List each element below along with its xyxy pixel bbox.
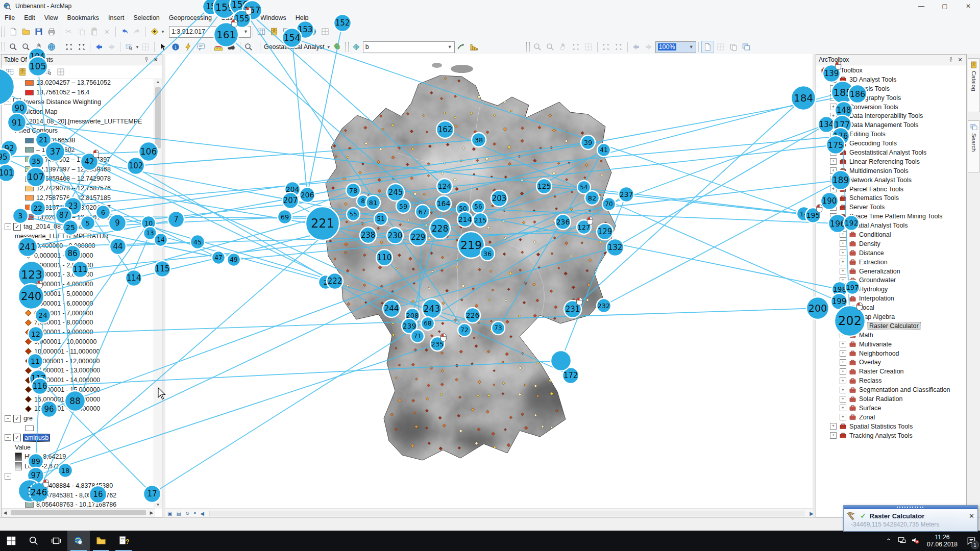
toolbox-item-cartography-tools[interactable]: +Cartography Tools <box>816 93 966 103</box>
menu-geoprocessing[interactable]: Geoprocessing <box>164 13 216 22</box>
add-data-dropdown[interactable]: ▼ <box>161 30 165 34</box>
geostatistical-analyst-dropdown[interactable]: ▼ <box>327 45 331 49</box>
select-features-tool[interactable] <box>123 41 135 53</box>
toolbox-item-reclass[interactable]: +Reclass <box>816 376 966 385</box>
menu-selection[interactable]: Selection <box>129 13 164 22</box>
toc-close-icon[interactable]: ✕ <box>152 56 159 63</box>
toolbox-item-parcel-fabric-tools[interactable]: +Parcel Fabric Tools <box>816 185 966 194</box>
notification-close-icon[interactable]: ✕ <box>969 512 974 520</box>
toc-legend-row[interactable]: 12,1897397 – 12,6859468 <box>2 164 155 174</box>
toolbox-item-server-tools[interactable]: +Server Tools <box>816 203 966 212</box>
draft-mode-toggle[interactable] <box>701 41 714 53</box>
toolbox-item-extraction[interactable]: +Extraction <box>816 258 966 267</box>
toc-legend-row[interactable]: 8,000001 - 9,000000 <box>2 328 155 337</box>
menu-file[interactable]: File <box>0 13 19 22</box>
toc-legend-row[interactable]: Value <box>2 442 155 452</box>
toolbox-item-space-time-pattern-mining-tools[interactable]: +Space Time Pattern Mining Tools <box>816 212 966 221</box>
expander-icon[interactable]: + <box>830 76 837 83</box>
visibility-checkbox[interactable]: ✓ <box>13 434 21 441</box>
toc-legend-row[interactable]: 13,0204257 – 13,7561052 <box>2 78 155 88</box>
toc-legend-row[interactable]: Filled Contours <box>2 126 155 136</box>
layout-go-back-button[interactable] <box>630 41 642 53</box>
toolbox-item-geostatistical-analyst-tools[interactable]: +Geostatistical Analyst Tools <box>816 148 966 157</box>
toc-legend-row[interactable]: 3,000001 - 4,000000 <box>2 280 155 289</box>
toc-legend-row[interactable]: 13,7561052 – 16,4 <box>2 88 155 97</box>
expander-icon[interactable]: + <box>830 85 837 92</box>
list-by-visibility-button[interactable] <box>29 66 41 78</box>
layout-go-forward-button[interactable] <box>643 41 655 53</box>
toc-legend-row[interactable]: 7,000001 - 8,000000 <box>2 318 155 328</box>
list-by-drawing-order-button[interactable] <box>4 66 15 78</box>
toc-legend-row[interactable]: 11,000001 - 12,000000 <box>2 356 155 366</box>
expander-icon[interactable]: + <box>840 249 846 256</box>
toc-legend-row[interactable]: -0,400000 - 0,000000 <box>2 241 155 251</box>
toolbox-item-linear-referencing-tools[interactable]: +Linear Referencing Tools <box>816 157 966 166</box>
expander-icon[interactable]: + <box>830 158 837 165</box>
expander-icon[interactable]: + <box>830 204 837 211</box>
map-scale-combo[interactable]: 1:3.912.017▼ <box>169 26 251 38</box>
menu-windows[interactable]: Windows <box>256 13 291 22</box>
new-document-button[interactable] <box>7 26 19 37</box>
toolbox-item-multivariate[interactable]: +Multivariate <box>816 340 966 349</box>
arctoolbox-close-icon[interactable]: ✕ <box>957 56 964 63</box>
expander-icon[interactable]: + <box>840 305 846 311</box>
toc-legend-row[interactable]: 1,59408884 - 4,837845380 <box>2 481 155 490</box>
hyperlink-tool[interactable] <box>183 41 194 53</box>
layout-zoom-out-tool[interactable] <box>545 41 556 53</box>
geostatistical-analyst-menu[interactable]: Geostatistical Analyst <box>262 43 327 51</box>
semivariogram-button[interactable] <box>455 41 467 53</box>
menu-bookmarks[interactable]: Bookmarks <box>63 13 104 22</box>
expander-icon[interactable]: + <box>830 167 837 174</box>
layout-zoom-in-tool[interactable] <box>532 41 544 53</box>
toc-legend-row[interactable]: 9,000001 - 10,000000 <box>2 337 155 347</box>
toolbox-item-groundwater[interactable]: +Groundwater <box>816 276 966 285</box>
layout-zoom-whole-page-button[interactable] <box>570 41 582 53</box>
expander-icon[interactable]: − <box>5 473 11 480</box>
toolbox-item-tracking-analyst-tools[interactable]: +Tracking Analyst Tools <box>816 431 966 440</box>
toc-legend-row[interactable]: [tag_2014_08_20].[messwerte_LUFTTEMPE <box>2 116 155 126</box>
fixed-zoom-in-button[interactable] <box>63 41 75 53</box>
expander-icon[interactable]: + <box>840 341 846 347</box>
save-button[interactable] <box>33 26 44 37</box>
taskbar-clock[interactable]: 11:26 07.06.2018 <box>927 534 958 548</box>
expander-icon[interactable]: + <box>840 359 846 366</box>
delete-button[interactable]: ✕ <box>101 26 113 37</box>
copy-button[interactable] <box>76 26 87 37</box>
expander-icon[interactable]: + <box>840 268 846 274</box>
arctoolbox-window-button[interactable] <box>294 26 306 37</box>
expander-icon[interactable]: + <box>840 286 846 293</box>
pause-drawing-button[interactable]: ⏸ <box>193 510 196 516</box>
expander-icon[interactable]: + <box>830 195 837 202</box>
layout-view-button[interactable]: ▤ <box>176 511 181 516</box>
geostatistical-wizard-button[interactable] <box>331 41 343 53</box>
go-back-extent-button[interactable] <box>93 41 105 53</box>
find-tool[interactable] <box>226 41 237 53</box>
add-data-button[interactable] <box>149 26 160 37</box>
toolbox-item-data-management-tools[interactable]: +Data Management Tools <box>816 120 966 130</box>
toc-layer-row[interactable]: −✓aminusb <box>2 433 155 442</box>
data-driven-pages-button[interactable] <box>741 41 752 53</box>
expander-icon[interactable]: + <box>840 350 846 357</box>
catalog-window-button[interactable] <box>268 26 280 37</box>
toc-legend-row[interactable]: Low : -2,67135 <box>2 462 155 471</box>
toolbox-item-arctoolbox[interactable]: ArcToolbox <box>816 66 966 75</box>
scroll-up-arrow[interactable]: ▲ <box>154 78 162 86</box>
expander-icon[interactable]: + <box>840 396 846 403</box>
python-window-button[interactable] <box>307 26 318 37</box>
menu-insert[interactable]: Insert <box>104 13 129 22</box>
print-button[interactable] <box>45 26 57 37</box>
menu-help[interactable]: Help <box>291 13 313 22</box>
scroll-left-arrow[interactable]: ◀ <box>2 510 9 515</box>
layout-fixed-zoom-in-button[interactable] <box>600 41 612 53</box>
toolbox-item-interpolation[interactable]: +Interpolation <box>816 294 966 303</box>
scroll-right-arrow[interactable]: ▶ <box>148 510 155 515</box>
expander-icon[interactable]: + <box>830 423 837 430</box>
toolbox-item-conditional[interactable]: +Conditional <box>816 230 966 239</box>
expander-icon[interactable]: + <box>840 387 846 393</box>
task-view-button[interactable] <box>45 531 67 551</box>
expander-icon[interactable]: + <box>840 231 846 238</box>
map-scroll-left[interactable]: ◀ <box>200 511 204 516</box>
expander-icon[interactable]: + <box>830 213 837 220</box>
arctoolbox-pin-icon[interactable] <box>947 56 954 63</box>
expander-icon[interactable]: + <box>830 104 837 110</box>
